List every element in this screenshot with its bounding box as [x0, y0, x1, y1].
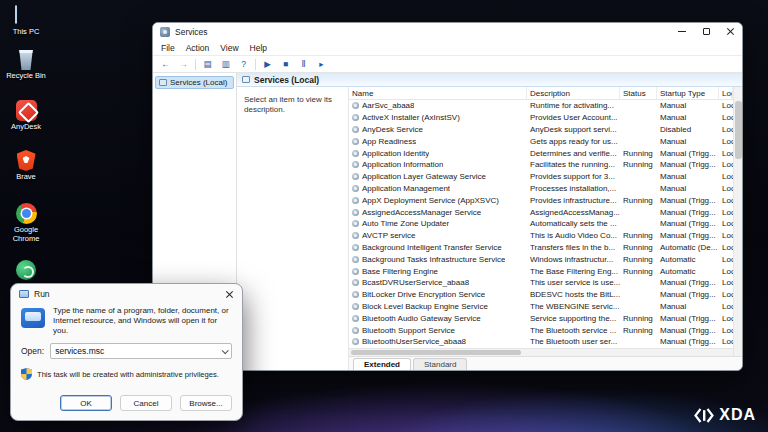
service-name: BluetoothUserService_abaa8 — [362, 337, 466, 346]
service-row[interactable]: AppX Deployment Service (AppXSVC) Provid… — [349, 194, 733, 206]
horizontal-scrollbar-thumb[interactable] — [351, 350, 521, 355]
menu-item[interactable]: Help — [250, 43, 267, 53]
service-row[interactable]: BitLocker Drive Encryption Service BDESV… — [349, 289, 733, 301]
open-input[interactable] — [51, 346, 217, 356]
service-name: AppX Deployment Service (AppXSVC) — [362, 196, 499, 205]
forward-icon[interactable]: → — [177, 58, 190, 71]
service-icon — [352, 197, 359, 204]
close-button[interactable] — [718, 23, 742, 39]
tab-extended[interactable]: Extended — [353, 358, 411, 370]
desktop-icon-brave[interactable]: Brave — [2, 150, 50, 182]
desktop-icon-recycle-bin[interactable]: Recycle Bin — [2, 50, 50, 81]
column-header-status[interactable]: Status — [620, 87, 657, 99]
vertical-scrollbar-thumb[interactable] — [735, 101, 742, 159]
tree-item-services-local[interactable]: Services (Local) — [155, 76, 234, 89]
help-icon[interactable]: ? — [237, 58, 250, 71]
service-row[interactable]: Bluetooth Audio Gateway Service Service … — [349, 312, 733, 324]
service-row[interactable]: Application Identity Determines and veri… — [349, 147, 733, 159]
show-console-tree-icon[interactable]: ▤ — [201, 58, 214, 71]
uac-shield-icon — [21, 368, 32, 380]
pause-service-icon[interactable]: Ⅱ — [297, 58, 310, 71]
browse-button[interactable]: Browse... — [180, 395, 232, 411]
service-logon: Loc... — [719, 337, 733, 346]
column-header-description[interactable]: Description — [527, 87, 620, 99]
service-startup-type: Manual (Trigg... — [657, 208, 719, 217]
ok-button[interactable]: OK — [60, 395, 112, 411]
service-row[interactable]: ActiveX Installer (AxInstSV) Provides Us… — [349, 112, 733, 124]
service-startup-type: Manual (Trigg... — [657, 219, 719, 228]
desktop-icon-this-pc[interactable]: This PC — [2, 6, 50, 37]
service-logon: Loc... — [719, 231, 733, 240]
run-close-button[interactable] — [216, 284, 242, 304]
service-icon — [352, 220, 359, 227]
green-app-icon — [16, 260, 36, 280]
menu-item[interactable]: View — [220, 43, 238, 53]
column-header-startup[interactable]: Startup Type — [657, 87, 719, 99]
service-startup-type: Manual (Trigg... — [657, 149, 719, 158]
desktop: { "desktop": { "icons": [ { "label": "Th… — [0, 0, 768, 432]
service-row[interactable]: AVCTP service This is Audio Video Co... … — [349, 230, 733, 242]
service-icon — [352, 315, 359, 322]
tab-standard[interactable]: Standard — [413, 358, 467, 370]
vertical-scrollbar[interactable] — [733, 87, 742, 356]
service-startup-type: Manual — [657, 302, 719, 311]
start-service-icon[interactable]: ▶ — [261, 58, 274, 71]
service-row[interactable]: Background Tasks Infrastructure Service … — [349, 253, 733, 265]
desktop-icon-app[interactable] — [2, 260, 50, 282]
service-row[interactable]: Bluetooth Support Service The Bluetooth … — [349, 324, 733, 336]
column-header-name[interactable]: Name — [349, 87, 527, 99]
xda-watermark: XDA — [694, 406, 756, 424]
maximize-button[interactable] — [694, 23, 718, 39]
service-row[interactable]: Auto Time Zone Updater Automatically set… — [349, 218, 733, 230]
service-row[interactable]: Application Management Processes install… — [349, 183, 733, 195]
menu-item[interactable]: File — [161, 43, 175, 53]
service-name: Background Tasks Infrastructure Service — [362, 255, 505, 264]
service-logon: Loc... — [719, 196, 733, 205]
service-row[interactable]: AssignedAccessManager Service AssignedAc… — [349, 206, 733, 218]
service-description: The Bluetooth service ... — [527, 326, 620, 335]
services-titlebar[interactable]: Services — [153, 23, 742, 41]
export-list-icon[interactable]: ▥ — [219, 58, 232, 71]
brave-icon — [17, 150, 36, 171]
menu-item[interactable]: Action — [186, 43, 210, 53]
stop-service-icon[interactable]: ■ — [279, 58, 292, 71]
combobox-dropdown-button[interactable] — [217, 344, 231, 358]
service-row[interactable]: Background Intelligent Transfer Service … — [349, 242, 733, 254]
service-startup-type: Manual (Trigg... — [657, 290, 719, 299]
service-startup-type: Manual — [657, 172, 719, 181]
service-startup-type: Manual (Trigg... — [657, 278, 719, 287]
service-description: Determines and verifie... — [527, 149, 620, 158]
run-program-icon — [21, 308, 45, 328]
service-row[interactable]: App Readiness Gets apps ready for us... … — [349, 135, 733, 147]
service-startup-type: Automatic — [657, 267, 719, 276]
service-row[interactable]: AnyDesk Service AnyDesk support servi...… — [349, 124, 733, 136]
service-row[interactable]: Block Level Backup Engine Service The WB… — [349, 301, 733, 313]
service-description: Provides User Account... — [527, 113, 620, 122]
service-icon — [352, 338, 359, 345]
service-description: AssignedAccessManag... — [527, 208, 620, 217]
run-titlebar[interactable]: Run — [11, 284, 242, 304]
desktop-icon-anydesk[interactable]: AnyDesk — [2, 100, 50, 132]
cancel-button[interactable]: Cancel — [120, 395, 172, 411]
service-name: Application Information — [362, 160, 443, 169]
desktop-icon-google-chrome[interactable]: Google Chrome — [2, 203, 50, 243]
back-icon[interactable]: ← — [159, 58, 172, 71]
menu-bar: FileActionViewHelp — [153, 41, 742, 56]
service-row[interactable]: Application Layer Gateway Service Provid… — [349, 171, 733, 183]
service-row[interactable]: AarSvc_abaa8 Runtime for activating... M… — [349, 100, 733, 112]
restart-service-icon[interactable]: ▸ — [315, 58, 328, 71]
this-pc-icon — [15, 6, 37, 26]
service-row[interactable]: Application Information Facilitates the … — [349, 159, 733, 171]
service-row[interactable]: BcastDVRUserService_abaa8 This user serv… — [349, 277, 733, 289]
service-row[interactable]: Base Filtering Engine The Base Filtering… — [349, 265, 733, 277]
open-combobox[interactable] — [50, 343, 232, 359]
service-row[interactable]: BluetoothUserService_abaa8 The Bluetooth… — [349, 336, 733, 348]
column-header-logon[interactable]: Log — [719, 87, 733, 99]
minimize-button[interactable] — [670, 23, 694, 39]
service-icon — [352, 279, 359, 286]
service-logon: Loc... — [719, 326, 733, 335]
horizontal-scrollbar[interactable] — [349, 348, 733, 356]
service-icon — [352, 161, 359, 168]
icon-label: AnyDesk — [11, 123, 41, 132]
service-description: Provides support for 3... — [527, 172, 620, 181]
